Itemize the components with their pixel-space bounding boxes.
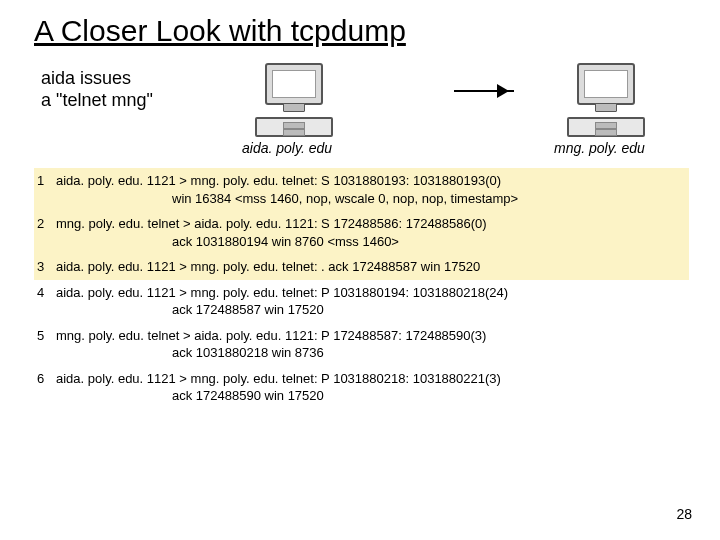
dump-row: 5mng. poly. edu. telnet > aida. poly. ed…: [34, 323, 689, 366]
dump-row: 6aida. poly. edu. 1121 > mng. poly. edu.…: [34, 366, 689, 409]
row-text: mng. poly. edu. telnet > aida. poly. edu…: [56, 327, 687, 362]
row-line: win 16384 <mss 1460, nop, wscale 0, nop,…: [56, 190, 687, 208]
dump-row: 2mng. poly. edu. telnet > aida. poly. ed…: [34, 211, 689, 254]
row-line: mng. poly. edu. telnet > aida. poly. edu…: [56, 328, 486, 343]
row-line: ack 1031880194 win 8760 <mss 1460>: [56, 233, 687, 251]
caption-line-1: aida issues: [41, 68, 131, 88]
row-line: aida. poly. edu. 1121 > mng. poly. edu. …: [56, 259, 480, 274]
row-text: mng. poly. edu. telnet > aida. poly. edu…: [56, 215, 687, 250]
connection-diagram: aida issues a "telnet mng" aida. poly. e…: [34, 58, 686, 158]
caption-line-2: a "telnet mng": [41, 90, 153, 110]
tower-icon: [567, 117, 645, 137]
page-number: 28: [676, 506, 692, 522]
slide-title: A Closer Look with tcpdump: [34, 14, 686, 48]
row-line: aida. poly. edu. 1121 > mng. poly. edu. …: [56, 173, 501, 188]
dump-row: 1aida. poly. edu. 1121 > mng. poly. edu.…: [34, 168, 689, 211]
caption-text: aida issues a "telnet mng": [41, 68, 153, 111]
dump-row: 4aida. poly. edu. 1121 > mng. poly. edu.…: [34, 280, 689, 323]
tower-icon: [255, 117, 333, 137]
row-line: aida. poly. edu. 1121 > mng. poly. edu. …: [56, 371, 501, 386]
row-number: 2: [34, 215, 56, 233]
row-text: aida. poly. edu. 1121 > mng. poly. edu. …: [56, 370, 687, 405]
tcpdump-table: 1aida. poly. edu. 1121 > mng. poly. edu.…: [34, 168, 689, 409]
computer-icon: [561, 63, 651, 137]
row-number: 4: [34, 284, 56, 302]
row-number: 5: [34, 327, 56, 345]
row-number: 1: [34, 172, 56, 190]
row-number: 3: [34, 258, 56, 276]
host-label-mng: mng. poly. edu: [554, 140, 645, 156]
arrow-right-icon: [454, 90, 514, 92]
row-text: aida. poly. edu. 1121 > mng. poly. edu. …: [56, 172, 687, 207]
monitor-icon: [577, 63, 635, 105]
computer-icon: [249, 63, 339, 137]
slide-root: A Closer Look with tcpdump aida issues a…: [0, 0, 720, 540]
row-line: ack 172488590 win 17520: [56, 387, 687, 405]
row-line: mng. poly. edu. telnet > aida. poly. edu…: [56, 216, 487, 231]
host-label-aida: aida. poly. edu: [242, 140, 332, 156]
dump-row: 3aida. poly. edu. 1121 > mng. poly. edu.…: [34, 254, 689, 280]
row-text: aida. poly. edu. 1121 > mng. poly. edu. …: [56, 284, 687, 319]
row-text: aida. poly. edu. 1121 > mng. poly. edu. …: [56, 258, 687, 276]
row-line: ack 1031880218 win 8736: [56, 344, 687, 362]
monitor-icon: [265, 63, 323, 105]
row-line: ack 172488587 win 17520: [56, 301, 687, 319]
row-line: aida. poly. edu. 1121 > mng. poly. edu. …: [56, 285, 508, 300]
row-number: 6: [34, 370, 56, 388]
